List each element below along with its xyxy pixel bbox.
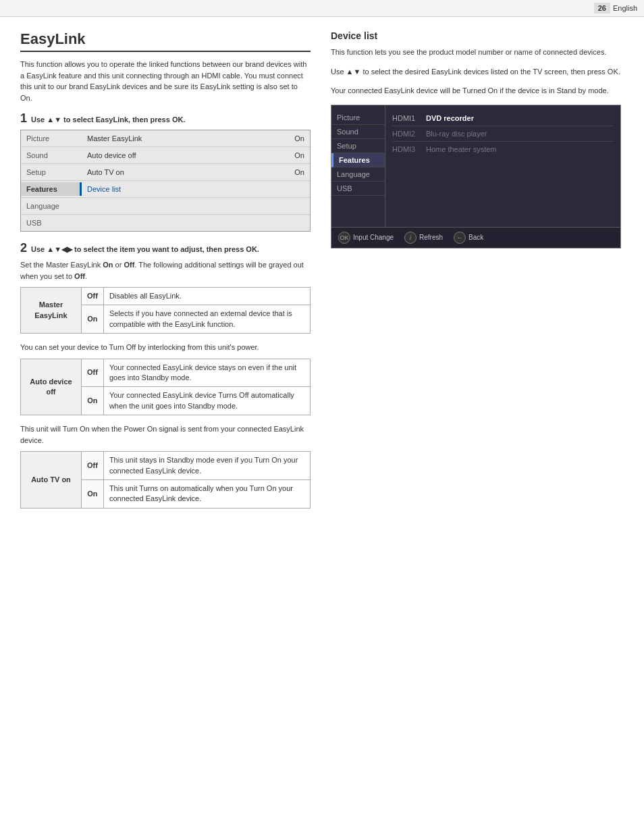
menu-status-features <box>283 186 310 192</box>
auto-device-off-table: Auto device off Off Your connected EasyL… <box>20 359 311 416</box>
menu-value-picture: Master EasyLink <box>82 132 283 145</box>
auto-device-off-on-option: On <box>82 387 104 415</box>
menu-label-sound: Sound <box>21 149 82 162</box>
menu-row-language: Language <box>21 198 310 215</box>
info-icon: i <box>404 232 417 244</box>
master-easylink-on-desc: Selects if you have connected an externa… <box>103 305 310 334</box>
hdmi2-device: Blu-ray disc player <box>426 130 487 138</box>
footer-label-refresh: Refresh <box>419 234 443 241</box>
menu-value-usb <box>82 220 283 226</box>
menu-row-usb: USB <box>21 215 310 231</box>
master-easylink-on-option: On <box>82 305 104 334</box>
sidebar-item-picture: Picture <box>331 111 385 125</box>
sidebar-item-sound: Sound <box>331 125 385 139</box>
hdmi1-label: HDMI1 <box>392 114 426 122</box>
auto-tv-on-on-desc: This unit Turns on automatically when yo… <box>103 480 310 509</box>
menu-status-sound: On <box>283 149 310 162</box>
auto-tv-on-row-header: Auto TV on <box>21 452 82 509</box>
auto-tv-on-table: Auto TV on Off This unit stays in Standb… <box>20 451 311 509</box>
back-icon: ← <box>454 232 466 244</box>
menu-label-picture: Picture <box>21 132 82 145</box>
device-tv-sidebar: Picture Sound Setup Features Language US… <box>331 105 385 227</box>
device-tv-box: Picture Sound Setup Features Language US… <box>331 105 621 249</box>
tv-menu-box: Picture Master EasyLink On Sound Auto de… <box>20 130 311 232</box>
auto-device-off-row-header: Auto device off <box>21 359 82 415</box>
auto-tv-on-off-desc: This unit stays in Standby mode even if … <box>103 452 310 480</box>
page-header: 26 English <box>0 0 644 17</box>
step1-number: 1 <box>20 111 27 126</box>
auto-tv-on-desc: This unit will Turn On when the Power On… <box>20 423 311 446</box>
menu-row-features: Features Device list <box>21 181 310 198</box>
right-column: Device list This function lets you see t… <box>331 30 621 517</box>
device-tv-inner: Picture Sound Setup Features Language US… <box>331 105 620 227</box>
step2-label: 2 Use ▲▼◀▶ to select the item you want t… <box>20 241 311 255</box>
menu-status-usb <box>283 220 310 226</box>
page-title: EasyLink <box>20 30 311 52</box>
intro-paragraph: This function allows you to operate the … <box>20 59 311 103</box>
auto-device-off-off-desc: Your connected EasyLink device stays on … <box>103 359 310 387</box>
footer-label-input-change: Input Change <box>353 234 394 241</box>
master-easylink-off-option: Off <box>82 288 104 305</box>
ok-icon: OK <box>338 232 350 244</box>
device-list-intro1: This function lets you see the product m… <box>331 47 621 58</box>
device-row-hdmi3: HDMI3 Home theater system <box>392 142 614 157</box>
menu-status-setup: On <box>283 165 310 179</box>
device-list-intro2: Use ▲▼ to select the desired EasyLink de… <box>331 66 621 78</box>
sidebar-item-language: Language <box>331 167 385 182</box>
footer-btn-input-change[interactable]: OK Input Change <box>338 232 394 244</box>
menu-value-setup: Auto TV on <box>82 165 283 179</box>
device-row-hdmi1: HDMI1 DVD recorder <box>392 111 614 126</box>
step1-text: Use ▲▼ to select EasyLink, then press OK… <box>31 114 185 126</box>
footer-btn-refresh[interactable]: i Refresh <box>404 232 443 244</box>
auto-device-off-off-option: Off <box>82 359 104 387</box>
page-language: English <box>613 4 637 12</box>
hdmi3-label: HDMI3 <box>392 145 426 153</box>
menu-label-usb: USB <box>21 216 82 230</box>
auto-tv-on-on-option: On <box>82 480 104 509</box>
hdmi3-device: Home theater system <box>426 145 497 153</box>
auto-device-off-desc: You can set your device to Turn Off by i… <box>20 342 311 353</box>
device-tv-content: HDMI1 DVD recorder HDMI2 Blu-ray disc pl… <box>385 105 620 227</box>
menu-row-setup: Setup Auto TV on On <box>21 164 310 181</box>
step2-number: 2 <box>20 241 27 255</box>
footer-btn-back[interactable]: ← Back <box>454 232 483 244</box>
device-list-intro3: Your connected EasyLink device will be T… <box>331 85 621 97</box>
master-easylink-desc: Set the Master EasyLink On or Off. The f… <box>20 259 311 282</box>
menu-value-sound: Auto device off <box>82 149 283 162</box>
device-row-hdmi2: HDMI2 Blu-ray disc player <box>392 126 614 142</box>
menu-value-language <box>82 203 283 209</box>
content-area: EasyLink This function allows you to ope… <box>0 17 644 530</box>
menu-label-setup: Setup <box>21 165 82 179</box>
footer-label-back: Back <box>468 234 483 241</box>
menu-status-language <box>283 203 310 209</box>
menu-label-features: Features <box>21 182 82 196</box>
auto-tv-on-off-option: Off <box>82 452 104 480</box>
page-number: 26 <box>594 3 610 14</box>
sidebar-item-features: Features <box>331 153 385 167</box>
master-easylink-off-desc: Disables all EasyLink. <box>103 288 310 305</box>
sidebar-item-setup: Setup <box>331 139 385 153</box>
step1-label: 1 Use ▲▼ to select EasyLink, then press … <box>20 111 311 126</box>
menu-row-picture: Picture Master EasyLink On <box>21 130 310 147</box>
device-list-title: Device list <box>331 30 621 41</box>
master-easylink-table: Master EasyLink Off Disables all EasyLin… <box>20 287 311 334</box>
menu-row-sound: Sound Auto device off On <box>21 147 310 164</box>
master-easylink-row-header: Master EasyLink <box>21 288 82 334</box>
auto-device-off-on-desc: Your connected EasyLink device Turns Off… <box>103 387 310 415</box>
step2-text: Use ▲▼◀▶ to select the item you want to … <box>31 244 259 255</box>
hdmi2-label: HDMI2 <box>392 130 426 138</box>
menu-value-features: Device list <box>82 182 283 196</box>
menu-status-picture: On <box>283 132 310 145</box>
device-tv-footer: OK Input Change i Refresh ← Back <box>331 227 620 248</box>
sidebar-item-usb: USB <box>331 182 385 196</box>
hdmi1-device: DVD recorder <box>426 114 474 122</box>
menu-label-language: Language <box>21 199 82 213</box>
left-column: EasyLink This function allows you to ope… <box>20 30 311 517</box>
